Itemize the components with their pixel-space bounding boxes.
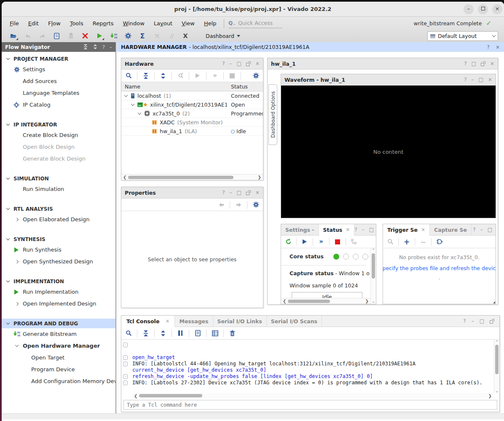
tab-settings[interactable]: Settings - [281,224,319,235]
menu-layout[interactable]: Layout [149,20,177,27]
menu-flow[interactable]: Flow [43,20,65,27]
hardware-row-ila[interactable]: hw_ila_1(ILA) Idle [121,127,263,136]
generate-bitstream-icon[interactable]: 0110 [109,31,119,40]
run-trigger-icon[interactable] [301,238,308,246]
minimize-icon[interactable]: – [230,190,232,196]
close-icon[interactable]: × [496,44,500,50]
item-open-block-design[interactable]: Open Block Design [2,142,115,152]
run-icon[interactable] [94,31,105,40]
collapse-all-icon[interactable] [142,72,150,80]
close-icon[interactable]: × [255,61,260,67]
help-icon[interactable]: ? [222,190,225,196]
close-tab-icon[interactable]: × [421,227,425,233]
section-simulation[interactable]: SIMULATION [2,174,115,183]
hardware-row-device[interactable]: xc7a35t_0(2) Programmed [121,109,263,118]
minimize-panel-icon[interactable]: – [110,44,112,50]
hardware-table-header[interactable]: Name Status [121,82,263,91]
item-program-device[interactable]: Program Device [2,365,115,374]
item-add-sources[interactable]: Add Sources [2,76,115,86]
item-language-templates[interactable]: Language Templates [2,88,115,98]
stop-icon[interactable] [334,238,341,246]
minimize-icon[interactable]: – [472,77,474,83]
maximize-icon[interactable]: □ [480,318,484,324]
help-icon[interactable]: ? [222,61,225,67]
sidebar-divider[interactable] [115,42,116,413]
maximize-icon[interactable]: □ [237,190,241,196]
gate-icon[interactable] [436,238,443,246]
minimize-icon[interactable]: – [472,318,474,324]
expand-all-icon[interactable] [159,330,167,337]
tab-trigger-setup[interactable]: Trigger Se× [383,224,430,236]
float-icon[interactable] [246,190,251,195]
menu-reports[interactable]: Reports [88,20,118,27]
maximize-icon[interactable]: □ [472,61,476,67]
layout-select[interactable]: Default Layout [427,31,498,41]
quick-access-search[interactable]: Q⌄ Quick Access [228,18,282,28]
probes-link[interactable]: specify the probes file and refresh the … [383,265,496,271]
tab-serial-io-links[interactable]: Serial I/O Links [213,316,267,327]
collapse-all-icon[interactable] [83,44,88,50]
section-implementation[interactable]: IMPLEMENTATION [2,276,115,286]
menu-edit[interactable]: Edit [24,20,43,27]
help-icon[interactable]: ? [354,227,357,233]
collapse-all-icon[interactable] [142,330,150,337]
fold-marker[interactable]: - [123,374,128,379]
hardware-row-xadc[interactable]: XADC(System Monitor) [121,118,263,127]
trash-icon[interactable] [228,330,236,337]
section-synthesis[interactable]: SYNTHESIS [2,234,115,244]
run-all-icon[interactable]: » [317,238,325,246]
item-open-synthesized-design[interactable]: Open Synthesized Design [2,257,115,266]
maximize-icon[interactable]: □ [479,77,483,83]
maximize-icon[interactable]: □ [369,227,374,233]
hardware-hscrollbar[interactable]: ❮❯ [121,174,263,180]
minimize-icon[interactable]: – [362,227,365,233]
copy-icon[interactable] [51,31,62,40]
help-icon[interactable]: ? [102,44,105,50]
fold-marker[interactable]: - [123,381,128,385]
properties-panel-header[interactable]: Properties ?–□× [121,187,263,198]
fold-marker[interactable]: - [123,355,128,360]
float-icon[interactable] [481,62,485,66]
hardware-row-localhost[interactable]: localhost(1) Connected [121,91,263,100]
section-project-manager[interactable]: PROJECT MANAGER [2,54,115,64]
maximize-button[interactable] [478,4,488,14]
close-icon[interactable]: × [490,61,494,67]
console-hscrollbar[interactable]: ❮❯ [132,393,493,399]
minimize-icon[interactable]: – [230,61,232,67]
maximize-icon[interactable]: □ [237,61,241,67]
item-add-config-memory[interactable]: Add Configuration Memory Device [2,376,115,386]
refresh-icon[interactable] [284,238,292,246]
close-icon[interactable]: × [488,77,492,83]
item-generate-bitstream[interactable]: 0110Generate Bitstream [2,329,115,339]
item-open-hardware-manager[interactable]: Open Hardware Manager [2,341,115,351]
sigma-icon[interactable]: Σ [137,31,147,40]
dashboard-dropdown[interactable]: Dashboard [206,33,240,39]
section-ip-integrator[interactable]: IP INTEGRATOR [2,120,115,129]
console-output[interactable]: open_hw_target INFO: [Labtoolstcl 44-466… [121,340,499,393]
dashboard-options-tab[interactable]: Dashboard Options [268,84,277,145]
help-icon[interactable]: ? [464,77,466,83]
report-icon[interactable] [211,330,219,337]
menu-view[interactable]: View [177,20,199,27]
help-icon[interactable]: ? [463,318,466,324]
hardware-panel-header[interactable]: Hardware ?–□× [121,58,263,70]
menu-file[interactable]: File [5,20,24,27]
waveform-canvas[interactable]: No content [281,86,496,218]
item-run-simulation[interactable]: Run Simulation [2,184,115,194]
close-button[interactable]: × [492,4,502,14]
item-generate-block-design[interactable]: Generate Block Design [2,154,115,164]
ila-panel-header[interactable]: hw_ila_1 ?□× [268,58,498,70]
help-icon[interactable]: ? [487,44,490,50]
item-create-block-design[interactable]: Create Block Design [2,130,115,140]
menu-tools[interactable]: Tools [65,20,88,27]
minimize-icon[interactable]: – [480,227,483,233]
add-probe-icon[interactable]: + [403,238,410,246]
tab-messages[interactable]: Messages [175,316,213,327]
fold-marker[interactable]: - [123,362,128,366]
search-icon[interactable] [125,330,132,337]
menu-help[interactable]: Help [199,20,221,27]
expand-all-icon[interactable] [159,72,167,80]
gear-icon[interactable] [252,201,260,209]
section-rtl-analysis[interactable]: RTL ANALYSIS [2,204,115,214]
item-open-implemented-design[interactable]: Open Implemented Design [2,299,115,308]
